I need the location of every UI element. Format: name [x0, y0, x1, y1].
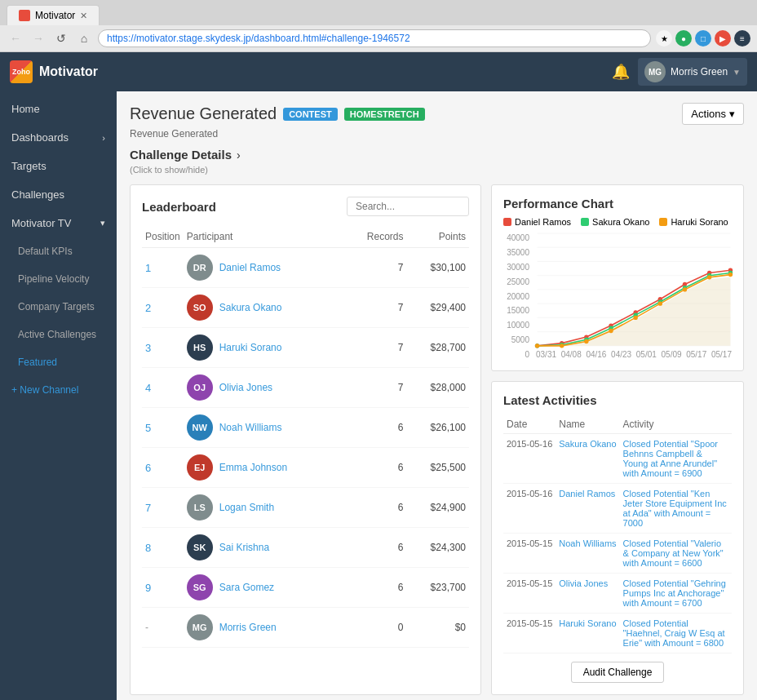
- home-button[interactable]: ⌂: [75, 29, 93, 47]
- search-input[interactable]: [347, 197, 469, 216]
- row-points: $28,000: [407, 368, 469, 408]
- avatar: HS: [187, 334, 213, 361]
- table-row: 2 SO Sakura Okano 7 $29,400: [142, 288, 469, 328]
- user-menu[interactable]: MG Morris Green ▼: [638, 58, 747, 86]
- sidebar-item-dashboards[interactable]: Dashboards ›: [0, 123, 117, 152]
- content-area: Revenue Generated CONTEST HOMESTRETCH Ac…: [117, 91, 757, 700]
- activity-person[interactable]: Noah Williams: [556, 534, 619, 574]
- notification-bell[interactable]: 🔔: [612, 63, 630, 81]
- row-records: 6: [343, 528, 406, 568]
- screenshot-btn[interactable]: □: [695, 30, 711, 47]
- participant-name[interactable]: Morris Green: [219, 622, 277, 633]
- activity-date: 2015-05-15: [503, 614, 556, 653]
- participant-name[interactable]: Emma Johnson: [219, 462, 287, 473]
- activity-person[interactable]: Olivia Jones: [556, 574, 619, 614]
- legend-dot-haruki: [659, 218, 667, 226]
- table-row: 5 NW Noah Williams 6 $26,100: [142, 408, 469, 448]
- row-participant: MG Morris Green: [184, 608, 343, 648]
- legend-dot-sakura: [581, 218, 589, 226]
- browser-addressbar: ← → ↺ ⌂ ★ ● □ ▶ ≡: [0, 25, 757, 51]
- two-col-layout: Leaderboard Position Participant Records…: [130, 184, 744, 695]
- participant-name[interactable]: Noah Williams: [219, 422, 282, 433]
- legend-label-daniel: Daniel Ramos: [515, 217, 571, 227]
- reload-button[interactable]: ↺: [52, 29, 70, 47]
- sidebar-item-pipelinevelocity[interactable]: Pipeline Velocity: [0, 265, 117, 293]
- sidebar-item-home[interactable]: Home: [0, 95, 117, 123]
- x-axis-labels: 03/31 04/08 04/16 04/23 05/01 05/09 05/1…: [536, 350, 732, 359]
- sidebar-item-motivatortv[interactable]: Motivator TV ▾: [0, 209, 117, 237]
- row-records: 6: [343, 568, 406, 608]
- row-position: 8: [142, 528, 184, 568]
- screenshare-btn[interactable]: ▶: [715, 30, 731, 47]
- row-records: 7: [343, 288, 406, 328]
- activity-date: 2015-05-16: [503, 484, 556, 534]
- tab-favicon: [19, 10, 30, 21]
- avatar: MG: [187, 614, 213, 640]
- activity-person[interactable]: Haruki Sorano: [556, 614, 619, 653]
- sidebar-item-targets[interactable]: Targets: [0, 152, 117, 180]
- table-row: 8 SK Sai Krishna 6 $24,300: [142, 528, 469, 568]
- sidebar-item-activechallenges[interactable]: Active Challenges: [0, 321, 117, 348]
- y-axis: 40000 35000 30000 25000 20000 15000 1000…: [503, 233, 533, 359]
- activity-person[interactable]: Daniel Ramos: [556, 484, 619, 534]
- sidebar: Home Dashboards › Targets Challenges Mot…: [0, 91, 117, 700]
- row-points: $28,700: [407, 328, 469, 368]
- row-participant: EJ Emma Johnson: [184, 448, 343, 488]
- right-col: Performance Chart Daniel Ramos Sakura Ok…: [491, 184, 744, 695]
- participant-name[interactable]: Logan Smith: [219, 502, 274, 513]
- forward-button[interactable]: →: [29, 29, 47, 47]
- list-item: 2015-05-16 Sakura Okano Closed Potential…: [503, 434, 732, 484]
- participant-name[interactable]: Sai Krishna: [219, 542, 269, 553]
- row-records: 6: [343, 448, 406, 488]
- row-position: 2: [142, 288, 184, 328]
- sidebar-item-featured[interactable]: Featured: [0, 348, 117, 376]
- sidebar-item-challenges[interactable]: Challenges: [0, 180, 117, 209]
- actions-button[interactable]: Actions ▾: [682, 103, 744, 125]
- new-channel-btn[interactable]: + New Channel: [0, 376, 117, 404]
- chart-svg: [536, 233, 732, 348]
- legend-haruki: Haruki Sorano: [659, 217, 728, 227]
- sidebar-label-companytargets: Company Targets: [18, 301, 95, 312]
- app-title: Motivator: [39, 64, 98, 79]
- participant-name[interactable]: Olivia Jones: [219, 382, 272, 393]
- menu-btn[interactable]: ≡: [734, 30, 750, 47]
- notifications-icon[interactable]: ●: [675, 30, 692, 47]
- top-nav-right: 🔔 MG Morris Green ▼: [612, 58, 747, 86]
- svg-point-30: [584, 339, 588, 343]
- sidebar-item-companytargets[interactable]: Company Targets: [0, 293, 117, 321]
- table-row: - MG Morris Green 0 $0: [142, 608, 469, 648]
- avatar: EJ: [187, 454, 213, 481]
- activity-person[interactable]: Sakura Okano: [556, 434, 619, 484]
- activity-date: 2015-05-15: [503, 574, 556, 614]
- row-participant: DR Daniel Ramos: [184, 248, 343, 288]
- browser-tab[interactable]: Motivator ✕: [7, 5, 100, 25]
- sidebar-label-featured: Featured: [18, 357, 57, 368]
- sidebar-item-defaultkpis[interactable]: Default KPIs: [0, 237, 117, 265]
- participant-name[interactable]: Daniel Ramos: [219, 262, 281, 273]
- col-participant: Participant: [184, 226, 343, 248]
- leaderboard-header: Leaderboard: [142, 197, 469, 216]
- row-position: 6: [142, 448, 184, 488]
- actions-chevron: ▾: [729, 108, 735, 120]
- audit-challenge-button[interactable]: Audit Challenge: [571, 662, 665, 683]
- avatar: SK: [187, 534, 213, 560]
- participant-name[interactable]: Sakura Okano: [219, 302, 282, 313]
- row-points: $24,900: [407, 488, 469, 528]
- table-row: 7 LS Logan Smith 6 $24,900: [142, 488, 469, 528]
- row-records: 0: [343, 608, 406, 648]
- activity-date: 2015-05-15: [503, 534, 556, 574]
- back-button[interactable]: ←: [7, 29, 24, 47]
- table-row: 4 OJ Olivia Jones 7 $28,000: [142, 368, 469, 408]
- activity-description: Closed Potential "Gehring Pumps Inc at A…: [620, 574, 732, 614]
- tab-close-btn[interactable]: ✕: [80, 11, 87, 21]
- bookmark-btn[interactable]: ★: [656, 30, 672, 47]
- participant-name[interactable]: Sara Gomez: [219, 582, 274, 593]
- list-item: 2015-05-15 Olivia Jones Closed Potential…: [503, 574, 732, 614]
- participant-name[interactable]: Haruki Sorano: [219, 342, 282, 353]
- leaderboard-panel: Leaderboard Position Participant Records…: [130, 184, 481, 695]
- challenge-details-bar[interactable]: Challenge Details ›: [130, 148, 744, 162]
- address-bar[interactable]: [98, 29, 651, 47]
- avatar: SG: [187, 574, 213, 600]
- chart-svg-wrapper: 03/31 04/08 04/16 04/23 05/01 05/09 05/1…: [536, 233, 732, 359]
- row-position: 3: [142, 328, 184, 368]
